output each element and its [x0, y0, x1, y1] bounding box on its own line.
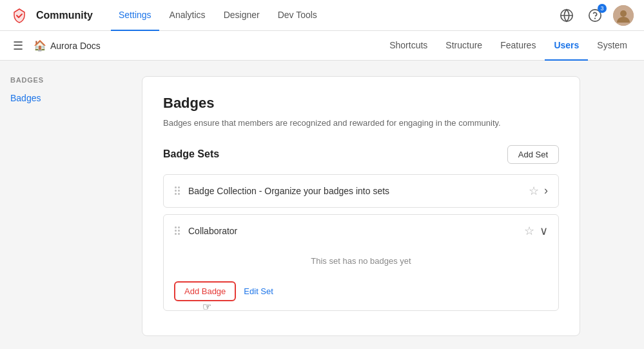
sidebar: BADGES Badges: [0, 61, 142, 349]
nav-users[interactable]: Users: [545, 31, 588, 61]
star-icon-1[interactable]: ☆: [524, 224, 534, 238]
nav-system[interactable]: System: [588, 31, 636, 61]
drag-handle-0[interactable]: [174, 186, 181, 195]
add-badge-button[interactable]: Add Badge: [174, 281, 236, 301]
breadcrumb: 🏠 Aurora Docs: [34, 39, 101, 52]
star-icon-0[interactable]: ☆: [529, 184, 539, 198]
nav-settings[interactable]: Settings: [111, 0, 159, 31]
nav-analytics[interactable]: Analytics: [162, 0, 213, 31]
cursor-hand-icon: ☞: [202, 301, 211, 313]
nav-shortcuts[interactable]: Shortcuts: [380, 31, 436, 61]
expanded-content-1: This set has no badges yet Add Badge ☞ E…: [174, 246, 548, 301]
nav-dev-tools[interactable]: Dev Tools: [270, 0, 325, 31]
add-set-button[interactable]: Add Set: [507, 145, 559, 164]
svg-point-4: [620, 10, 627, 17]
badge-set-row-1: Collaborator ☆ ∨ This set has no badges …: [163, 214, 559, 311]
top-nav-links: Settings Analytics Designer Dev Tools: [111, 0, 551, 31]
help-button[interactable]: 3: [585, 5, 605, 26]
badge-sets-title: Badge Sets: [163, 148, 219, 160]
brand-name: Community: [36, 10, 93, 21]
nav-designer[interactable]: Designer: [216, 0, 268, 31]
nav-structure[interactable]: Structure: [436, 31, 491, 61]
empty-message-1: This set has no badges yet: [174, 246, 548, 276]
sidebar-section-title: BADGES: [10, 76, 132, 84]
logo-icon: [10, 6, 28, 25]
sidebar-item-badges[interactable]: Badges: [10, 90, 132, 106]
chevron-down-icon-1[interactable]: ∨: [540, 224, 548, 238]
breadcrumb-label: Aurora Docs: [50, 41, 101, 51]
notif-count: 3: [598, 4, 607, 13]
badge-set-name-0: Badge Collection - Organize your badges …: [188, 186, 529, 196]
page-title: Badges: [163, 95, 559, 112]
main-content: Badges Badges ensure that members are re…: [142, 61, 644, 349]
top-nav-right: 3: [556, 5, 634, 26]
user-avatar[interactable]: [613, 5, 634, 26]
page-description: Badges ensure that members are recognize…: [163, 117, 559, 130]
secondary-nav: ☰ 🏠 Aurora Docs Shortcuts Structure Feat…: [0, 31, 644, 61]
add-badge-wrapper: Add Badge ☞: [174, 281, 236, 301]
page-layout: BADGES Badges Badges Badges ensure that …: [0, 61, 644, 349]
badge-set-name-1: Collaborator: [188, 226, 524, 236]
edit-set-link[interactable]: Edit Set: [244, 286, 273, 296]
expanded-actions-1: Add Badge ☞ Edit Set: [174, 281, 548, 301]
globe-button[interactable]: [556, 5, 577, 26]
top-nav: Community Settings Analytics Designer De…: [0, 0, 644, 31]
drag-handle-1[interactable]: [174, 226, 181, 235]
badge-sets-header: Badge Sets Add Set: [163, 145, 559, 164]
home-icon: 🏠: [34, 39, 46, 52]
row-actions-0: ☆ ›: [529, 184, 548, 198]
chevron-right-icon-0[interactable]: ›: [544, 184, 548, 197]
badge-set-row-0: Badge Collection - Organize your badges …: [163, 174, 559, 208]
nav-features[interactable]: Features: [491, 31, 545, 61]
content-card: Badges Badges ensure that members are re…: [142, 76, 580, 336]
secondary-links: Shortcuts Structure Features Users Syste…: [380, 31, 636, 61]
hamburger-menu[interactable]: ☰: [8, 34, 28, 58]
row-actions-1: ☆ ∨: [524, 224, 548, 238]
